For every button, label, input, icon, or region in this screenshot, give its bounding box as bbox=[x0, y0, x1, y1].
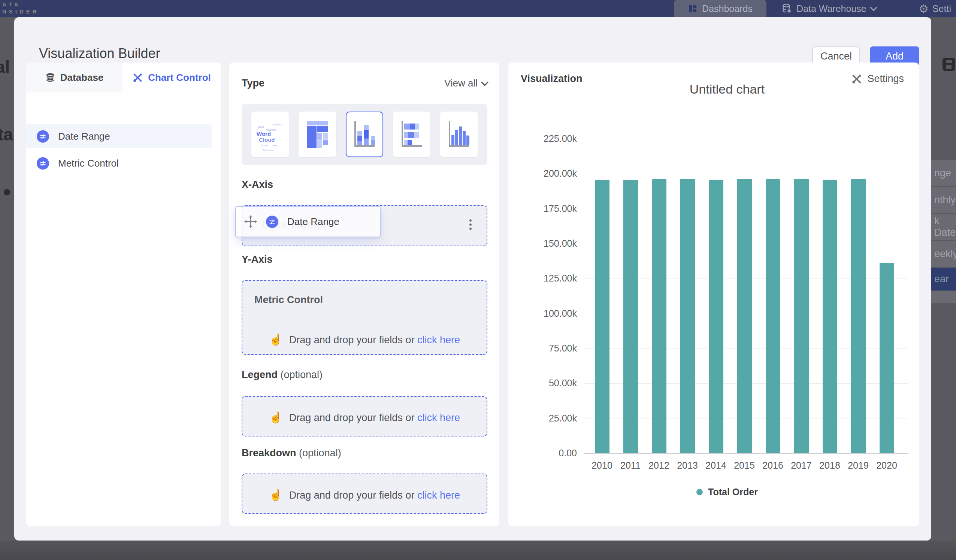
bg-dropdown-item: nthly bbox=[931, 187, 956, 214]
x-tick-label: 2012 bbox=[645, 460, 673, 471]
svg-text:lysis: lysis bbox=[258, 125, 264, 129]
breakdown-click-here-link[interactable]: click here bbox=[417, 489, 460, 501]
svg-text:[data]: [data] bbox=[261, 144, 268, 147]
data-warehouse-icon bbox=[781, 3, 792, 14]
x-tick-label: 2013 bbox=[673, 460, 702, 471]
tab-chart-control-label: Chart Control bbox=[148, 72, 211, 83]
tab-database-label: Database bbox=[60, 72, 104, 83]
bg-dropdown-item: nge bbox=[931, 160, 956, 187]
save-icon bbox=[942, 58, 955, 71]
svg-text:Distribution: Distribution bbox=[263, 149, 274, 151]
screen: ATANSIDER Dashboards Data Warehouse ⚙ Se… bbox=[0, 0, 956, 560]
nav-settings-label: Setti bbox=[932, 3, 951, 14]
tab-chart-control[interactable]: Chart Control bbox=[123, 63, 221, 93]
bar-2020 bbox=[880, 263, 894, 453]
bar-2012 bbox=[652, 179, 667, 453]
y-tick-label: 50.00k bbox=[528, 378, 577, 389]
nav-data-warehouse-label: Data Warehouse bbox=[796, 3, 866, 14]
x-axis-dropzone[interactable]: Date Range Date Range bbox=[242, 205, 487, 246]
bg-dropdown-item-selected: ear bbox=[931, 268, 956, 291]
tools-icon bbox=[133, 73, 143, 83]
x-tick-label: 2015 bbox=[730, 460, 759, 471]
bg-text-fragment-1: al bbox=[0, 57, 10, 77]
bar-2016 bbox=[766, 179, 780, 453]
x-tick-label: 2018 bbox=[816, 460, 844, 471]
legend-dropzone[interactable]: ☝ Drag and drop your fields or click her… bbox=[242, 396, 487, 436]
breakdown-dropzone[interactable]: ☝ Drag and drop your fields or click her… bbox=[242, 474, 487, 514]
chart-type-treemap[interactable] bbox=[299, 111, 336, 157]
gridline bbox=[583, 139, 909, 139]
chart-type-column[interactable] bbox=[440, 111, 478, 157]
visualization-panel: Visualization Settings Untitled chart 22… bbox=[508, 63, 919, 526]
gear-icon: ⚙ bbox=[918, 2, 929, 15]
y-axis-dropzone[interactable]: Metric Control ☝ Drag and drop your fiel… bbox=[242, 280, 487, 355]
visualization-heading: Visualization bbox=[521, 73, 583, 85]
chart-plot-area bbox=[583, 139, 909, 453]
field-date-range[interactable]: Date Range bbox=[26, 124, 212, 148]
nav-data-warehouse[interactable]: Data Warehouse bbox=[781, 0, 876, 17]
chart-type-strip: lysisAnalyticsKeywordWordCloud[data]char… bbox=[242, 104, 487, 165]
tap-icon: ☝ bbox=[269, 411, 283, 424]
bg-dropdown-item: k Date bbox=[931, 214, 956, 241]
breakdown-drag-hint: ☝ Drag and drop your fields or click her… bbox=[242, 488, 487, 501]
x-axis-chip-label: Date Range bbox=[287, 216, 340, 227]
database-icon bbox=[45, 72, 55, 83]
y-axis-heading: Y-Axis bbox=[242, 254, 273, 265]
svg-text:chart: chart bbox=[272, 144, 278, 147]
chevron-down-icon bbox=[870, 4, 877, 11]
type-heading: Type bbox=[242, 77, 264, 89]
x-tick-label: 2014 bbox=[702, 460, 730, 471]
x-tick-label: 2020 bbox=[873, 460, 901, 471]
y-tick-label: 0.00 bbox=[528, 448, 577, 458]
app-logo: ATANSIDER bbox=[2, 1, 39, 15]
y-tick-label: 200.00k bbox=[528, 168, 577, 179]
chart-title: Untitled chart bbox=[577, 82, 877, 97]
chart-legend: Total Order bbox=[577, 486, 877, 497]
bar-2014 bbox=[709, 180, 723, 453]
modal-title: Visualization Builder bbox=[39, 45, 160, 61]
y-axis-drag-hint: ☝ Drag and drop your fields or click her… bbox=[242, 333, 487, 346]
field-label: Metric Control bbox=[58, 158, 119, 169]
x-tick-label: 2011 bbox=[616, 460, 645, 471]
y-tick-label: 75.00k bbox=[528, 343, 577, 354]
legend-label: Total Order bbox=[708, 486, 758, 497]
x-tick-label: 2010 bbox=[588, 460, 616, 471]
y-tick-label: 225.00k bbox=[528, 133, 577, 144]
nav-settings[interactable]: ⚙ Setti bbox=[918, 0, 951, 17]
y-tick-label: 100.00k bbox=[528, 308, 577, 319]
x-tick-label: 2017 bbox=[787, 460, 816, 471]
y-axis-click-here-link[interactable]: click here bbox=[417, 334, 460, 345]
y-axis-zone-title: Metric Control bbox=[254, 294, 323, 306]
gridline bbox=[583, 174, 909, 174]
bar-2013 bbox=[680, 179, 695, 453]
chart-type-wordcloud[interactable]: lysisAnalyticsKeywordWordCloud[data]char… bbox=[252, 111, 289, 157]
legend-marker-icon bbox=[697, 489, 703, 495]
tab-database[interactable]: Database bbox=[26, 63, 123, 93]
tap-icon: ☝ bbox=[269, 489, 283, 501]
dashboards-icon bbox=[688, 4, 698, 14]
chart-type-stacked-column[interactable] bbox=[346, 111, 383, 157]
tune-icon bbox=[37, 130, 49, 143]
y-tick-label: 125.00k bbox=[528, 273, 577, 284]
svg-text:Cloud: Cloud bbox=[259, 136, 275, 143]
y-tick-label: 150.00k bbox=[528, 238, 577, 249]
x-tick-label: 2016 bbox=[759, 460, 787, 471]
field-label: Date Range bbox=[58, 131, 110, 142]
tune-icon bbox=[266, 216, 278, 228]
bar-2011 bbox=[623, 180, 638, 453]
tap-icon: ☝ bbox=[269, 334, 283, 345]
nav-dashboards[interactable]: Dashboards bbox=[674, 0, 766, 17]
kebab-menu-icon[interactable] bbox=[469, 220, 472, 232]
svg-text:Word: Word bbox=[256, 131, 271, 137]
chart-type-stacked-bar[interactable] bbox=[393, 111, 431, 157]
bar-2010 bbox=[595, 180, 610, 453]
chevron-down-icon bbox=[481, 78, 489, 86]
visualization-builder-modal: Visualization Builder Cancel Add Databas… bbox=[14, 17, 931, 541]
field-metric-control[interactable]: Metric Control bbox=[26, 151, 212, 175]
view-all-dropdown[interactable]: View all bbox=[444, 77, 487, 89]
legend-click-here-link[interactable]: click here bbox=[417, 412, 460, 424]
tune-icon bbox=[37, 157, 49, 169]
x-axis-field-chip[interactable]: Date Range bbox=[235, 206, 381, 237]
x-axis-heading: X-Axis bbox=[242, 179, 273, 191]
bar-2019 bbox=[851, 179, 866, 453]
